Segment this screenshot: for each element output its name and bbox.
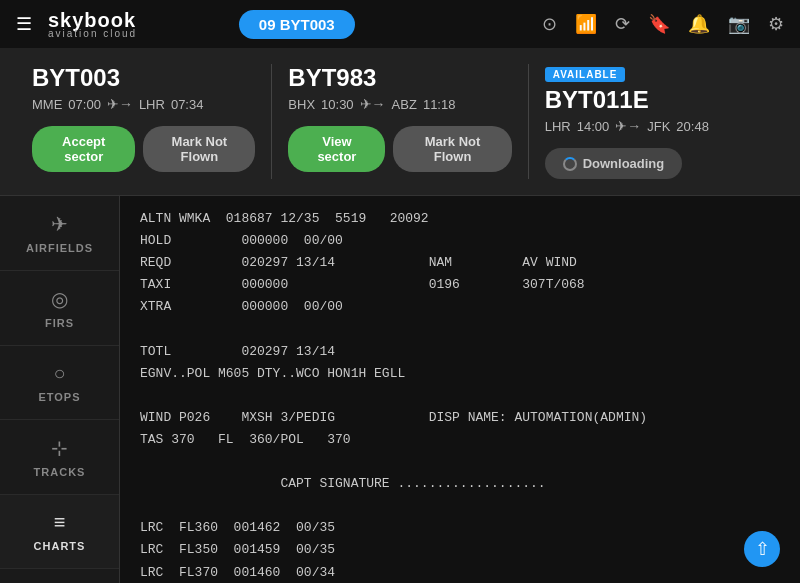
- sector-from-time-byt003: 07:00: [68, 97, 101, 112]
- available-badge: AVAILABLE: [545, 67, 626, 82]
- logo-sub: aviation cloud: [48, 28, 137, 39]
- sector-id-byt983: BYT983: [288, 64, 511, 92]
- mark-not-flown-button-byt983[interactable]: Mark Not Flown: [393, 126, 511, 172]
- content-wrapper: ALTN WMKA 018687 12/35 5519 20092 HOLD 0…: [120, 196, 800, 583]
- mark-not-flown-button-byt003[interactable]: Mark Not Flown: [143, 126, 255, 172]
- app-header: ☰ skybook aviation cloud 09 BYT003 ⊙ 📶 ⟳…: [0, 0, 800, 48]
- flight-data-text: ALTN WMKA 018687 12/35 5519 20092 HOLD 0…: [140, 208, 780, 583]
- sector-buttons-byt011e: Downloading: [545, 148, 768, 179]
- sector-to-time-byt011e: 20:48: [676, 119, 709, 134]
- sector-card-byt011e: AVAILABLE BYT011E LHR 14:00 ✈→ JFK 20:48…: [529, 64, 784, 179]
- sidebar-item-notices[interactable]: ✱ NOTICES: [0, 569, 119, 583]
- sector-from-byt003: MME: [32, 97, 62, 112]
- sector-from-byt983: BHX: [288, 97, 315, 112]
- etops-icon: ○: [53, 362, 65, 385]
- settings-icon[interactable]: ⚙: [768, 13, 784, 35]
- flight-badge[interactable]: 09 BYT003: [239, 10, 355, 39]
- sector-id-byt011e: BYT011E: [545, 86, 768, 114]
- content-panel[interactable]: ALTN WMKA 018687 12/35 5519 20092 HOLD 0…: [120, 196, 800, 583]
- route-arrow-byt011e: ✈→: [615, 118, 641, 134]
- bell-icon[interactable]: 🔔: [688, 13, 710, 35]
- downloading-button[interactable]: Downloading: [545, 148, 683, 179]
- sector-to-time-byt983: 11:18: [423, 97, 456, 112]
- sidebar-label-etops: ETOPS: [38, 391, 80, 403]
- view-sector-button[interactable]: View sector: [288, 126, 385, 172]
- sidebar-label-firs: FIRS: [45, 317, 74, 329]
- download-spinner: [563, 157, 577, 171]
- sector-from-time-byt983: 10:30: [321, 97, 354, 112]
- sectors-bar: BYT003 MME 07:00 ✈→ LHR 07:34 Accept sec…: [0, 48, 800, 196]
- wifi-icon[interactable]: 📶: [575, 13, 597, 35]
- sector-route-byt983: BHX 10:30 ✈→ ABZ 11:18: [288, 96, 511, 112]
- sector-buttons-byt983: View sector Mark Not Flown: [288, 126, 511, 172]
- sidebar-item-firs[interactable]: ◎ FIRS: [0, 271, 119, 346]
- menu-icon[interactable]: ☰: [16, 13, 32, 35]
- accept-sector-button[interactable]: Accept sector: [32, 126, 135, 172]
- location-icon[interactable]: ⊙: [542, 13, 557, 35]
- sidebar: ✈ AIRFIELDS ◎ FIRS ○ ETOPS ⊹ TRACKS ≡ CH…: [0, 196, 120, 583]
- main-area: ✈ AIRFIELDS ◎ FIRS ○ ETOPS ⊹ TRACKS ≡ CH…: [0, 196, 800, 583]
- sector-to-byt003: LHR: [139, 97, 165, 112]
- sector-from-byt011e: LHR: [545, 119, 571, 134]
- sector-buttons-byt003: Accept sector Mark Not Flown: [32, 126, 255, 172]
- firs-icon: ◎: [51, 287, 68, 311]
- sidebar-label-tracks: TRACKS: [34, 466, 86, 478]
- sector-to-byt011e: JFK: [647, 119, 670, 134]
- airfields-icon: ✈: [51, 212, 68, 236]
- sector-to-byt983: ABZ: [392, 97, 417, 112]
- charts-icon: ≡: [54, 511, 66, 534]
- sidebar-item-tracks[interactable]: ⊹ TRACKS: [0, 420, 119, 495]
- camera-icon[interactable]: 📷: [728, 13, 750, 35]
- sector-from-time-byt011e: 14:00: [577, 119, 610, 134]
- sector-route-byt003: MME 07:00 ✈→ LHR 07:34: [32, 96, 255, 112]
- sidebar-item-airfields[interactable]: ✈ AIRFIELDS: [0, 196, 119, 271]
- sector-to-time-byt003: 07:34: [171, 97, 204, 112]
- refresh-icon[interactable]: ⟳: [615, 13, 630, 35]
- sector-card-byt983: BYT983 BHX 10:30 ✈→ ABZ 11:18 View secto…: [272, 64, 528, 179]
- sidebar-label-airfields: AIRFIELDS: [26, 242, 93, 254]
- sector-id-byt003: BYT003: [32, 64, 255, 92]
- downloading-label: Downloading: [583, 156, 665, 171]
- route-arrow-byt983: ✈→: [360, 96, 386, 112]
- tracks-icon: ⊹: [51, 436, 68, 460]
- header-icons: ⊙ 📶 ⟳ 🔖 🔔 📷 ⚙: [542, 13, 784, 35]
- sector-card-byt003: BYT003 MME 07:00 ✈→ LHR 07:34 Accept sec…: [16, 64, 272, 179]
- app-logo: skybook aviation cloud: [48, 9, 137, 39]
- route-arrow-byt003: ✈→: [107, 96, 133, 112]
- bookmark-icon[interactable]: 🔖: [648, 13, 670, 35]
- sidebar-item-charts[interactable]: ≡ CHARTS: [0, 495, 119, 569]
- sector-route-byt011e: LHR 14:00 ✈→ JFK 20:48: [545, 118, 768, 134]
- sidebar-label-charts: CHARTS: [34, 540, 86, 552]
- scroll-up-button[interactable]: ⇧: [744, 531, 780, 567]
- sidebar-item-etops[interactable]: ○ ETOPS: [0, 346, 119, 420]
